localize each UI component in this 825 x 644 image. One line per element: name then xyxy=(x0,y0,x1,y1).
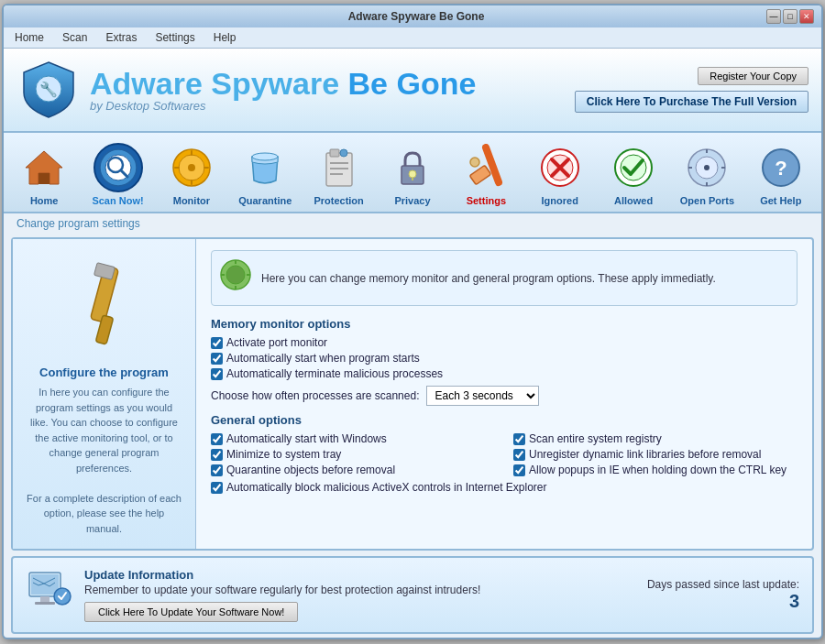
option-scan-registry: Scan entire system registry xyxy=(513,432,798,445)
update-section: Update Information Remember to update yo… xyxy=(11,556,814,634)
nav-quarantine[interactable]: Quarantine xyxy=(233,140,297,208)
purchase-button[interactable]: Click Here To Purchase The Full Version xyxy=(575,91,808,113)
svg-point-17 xyxy=(252,153,278,160)
option-unregister-dll-label: Unregister dynamic link libraries before… xyxy=(529,448,761,461)
menu-settings[interactable]: Settings xyxy=(151,30,198,45)
option-port-monitor: Activate port monitor xyxy=(211,336,798,349)
settings-intro-text: Here you can change memory monitor and g… xyxy=(261,272,716,285)
nav-protection-label: Protection xyxy=(314,195,363,206)
option-block-activex-label: Automatically block malicious ActiveX co… xyxy=(226,481,546,494)
update-days-area: Days passed since last update: 3 xyxy=(647,578,799,612)
nav-scan[interactable]: Scan Now! xyxy=(86,140,150,208)
nav-home[interactable]: Home xyxy=(12,140,76,208)
nav-protection[interactable]: Protection xyxy=(307,140,371,208)
logo-text: Adware Spyware Be Gone by Desktop Softwa… xyxy=(90,68,476,113)
general-section-title: General options xyxy=(211,413,798,427)
checkbox-unregister-dll[interactable] xyxy=(513,449,525,461)
header-buttons: Register Your Copy Click Here To Purchas… xyxy=(575,67,808,113)
restore-button[interactable]: □ xyxy=(783,9,798,24)
option-minimize-tray: Minimize to system tray xyxy=(211,448,495,461)
menu-bar: Home Scan Extras Settings Help xyxy=(4,27,821,49)
settings-icon xyxy=(460,142,512,193)
menu-scan[interactable]: Scan xyxy=(59,30,91,45)
checkbox-terminate[interactable] xyxy=(211,368,223,380)
checkbox-auto-windows[interactable] xyxy=(211,433,223,445)
main-window: Adware Spyware Be Gone — □ ✕ Home Scan E… xyxy=(2,4,823,639)
svg-rect-56 xyxy=(40,596,50,602)
nav-ignored[interactable]: Ignored xyxy=(528,140,592,208)
menu-help[interactable]: Help xyxy=(210,30,240,45)
quarantine-icon xyxy=(239,142,291,193)
checkbox-allow-popups[interactable] xyxy=(513,464,525,476)
nav-monitor[interactable]: Monitor xyxy=(160,140,224,208)
title-bar: Adware Spyware Be Gone — □ ✕ xyxy=(4,5,821,27)
scan-freq-label: Choose how often processes are scanned: xyxy=(211,389,419,402)
nav-openports[interactable]: Open Ports xyxy=(675,140,739,208)
svg-text:?: ? xyxy=(775,157,786,180)
nav-gethelp-label: Get Help xyxy=(760,195,801,206)
checkbox-block-activex[interactable] xyxy=(211,482,223,494)
nav-allowed-label: Allowed xyxy=(614,195,653,206)
menu-extras[interactable]: Extras xyxy=(102,30,140,45)
configure-icon xyxy=(59,257,150,358)
nav-privacy[interactable]: Privacy xyxy=(380,140,445,208)
option-allow-popups-label: Allow popups in IE when holding down the… xyxy=(529,464,786,476)
option-port-monitor-label: Activate port monitor xyxy=(226,336,327,349)
option-terminate: Automatically terminate malicious proces… xyxy=(211,367,798,380)
svg-rect-28 xyxy=(470,165,491,184)
breadcrumb-text: Change program settings xyxy=(16,217,140,230)
close-button[interactable]: ✕ xyxy=(799,9,814,24)
settings-intro: Here you can change memory monitor and g… xyxy=(211,250,798,306)
allowed-icon xyxy=(608,142,659,193)
update-text-area: Update Information Remember to update yo… xyxy=(84,568,634,622)
register-button[interactable]: Register Your Copy xyxy=(698,67,808,85)
minimize-button[interactable]: — xyxy=(766,9,781,24)
nav-monitor-label: Monitor xyxy=(173,195,210,206)
option-block-activex: Automatically block malicious ActiveX co… xyxy=(211,481,798,494)
scan-freq-row: Choose how often processes are scanned: … xyxy=(211,386,798,406)
option-auto-windows-label: Automatically start with Windows xyxy=(226,432,387,445)
update-button[interactable]: Click Here To Update Your Software Now! xyxy=(84,602,298,622)
svg-point-20 xyxy=(340,149,347,157)
sidebar: Configure the program In here you can co… xyxy=(13,239,196,549)
option-allow-popups: Allow popups in IE when holding down the… xyxy=(513,464,798,476)
menu-home[interactable]: Home xyxy=(11,30,48,45)
checkbox-minimize-tray[interactable] xyxy=(211,449,223,461)
memory-section-title: Memory monitor options xyxy=(211,317,798,331)
nav-quarantine-label: Quarantine xyxy=(238,195,292,206)
svg-rect-22 xyxy=(330,168,348,169)
ignored-icon xyxy=(534,142,586,193)
update-days-label: Days passed since last update: xyxy=(647,578,799,591)
option-auto-windows: Automatically start with Windows xyxy=(211,432,495,445)
logo-title: Adware Spyware Be Gone xyxy=(90,68,476,99)
nav-scan-label: Scan Now! xyxy=(92,195,143,206)
svg-point-42 xyxy=(704,165,710,170)
nav-home-label: Home xyxy=(30,195,59,206)
checkbox-auto-start[interactable] xyxy=(211,353,223,365)
option-minimize-tray-label: Minimize to system tray xyxy=(226,448,341,461)
svg-point-29 xyxy=(470,158,479,167)
logo-area: 🔧 Adware Spyware Be Gone by Desktop Soft… xyxy=(16,58,476,122)
breadcrumb: Change program settings xyxy=(4,213,821,234)
option-quarantine-before: Quarantine objects before removal xyxy=(211,464,495,476)
nav-allowed[interactable]: Allowed xyxy=(601,140,666,208)
update-title: Update Information xyxy=(84,568,634,582)
svg-rect-47 xyxy=(94,263,115,280)
nav-privacy-label: Privacy xyxy=(394,195,430,206)
svg-point-25 xyxy=(409,170,416,178)
option-quarantine-before-label: Quarantine objects before removal xyxy=(226,464,395,476)
settings-panel: Here you can change memory monitor and g… xyxy=(196,239,812,549)
nav-settings[interactable]: Settings xyxy=(454,140,518,208)
main-content: Configure the program In here you can co… xyxy=(11,237,814,551)
checkbox-quarantine-before[interactable] xyxy=(211,464,223,476)
update-computer-icon xyxy=(26,567,72,623)
privacy-icon xyxy=(387,142,438,193)
general-options-grid: Automatically start with Windows Minimiz… xyxy=(211,432,798,479)
checkbox-port-monitor[interactable] xyxy=(211,337,223,349)
nav-gethelp[interactable]: ? Get Help xyxy=(749,140,813,208)
checkbox-scan-registry[interactable] xyxy=(513,433,525,445)
scan-freq-select[interactable]: Each 1 second Each 3 seconds Each 5 seco… xyxy=(426,386,539,406)
nav-section: Home Scan Now! xyxy=(4,133,821,213)
nav-settings-label: Settings xyxy=(467,195,506,206)
svg-rect-3 xyxy=(38,173,50,184)
